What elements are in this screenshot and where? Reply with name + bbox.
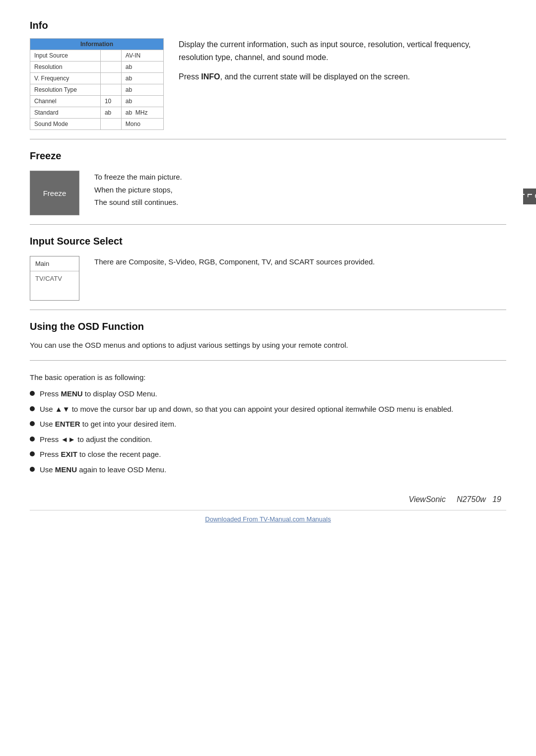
freeze-section: Freeze Freeze To freeze the main picture… <box>30 150 506 215</box>
row-label: Sound Mode <box>30 119 101 130</box>
table-row: Input Source AV-IN <box>30 50 164 62</box>
list-item-text: Press MENU to display OSD Menu. <box>40 388 157 400</box>
download-link[interactable]: Downloaded From TV-Manual.com Manuals <box>205 515 331 523</box>
info-bold-info: INFO <box>201 72 220 81</box>
info-description: Display the current information, such as… <box>179 38 506 130</box>
freeze-title: Freeze <box>30 150 506 162</box>
row-col2 <box>100 84 121 96</box>
info-table: Information Input Source AV-IN Resolutio… <box>30 38 164 130</box>
basic-op-label: The basic operation is as following: <box>30 372 506 383</box>
model-name: N2750w <box>457 495 486 504</box>
freeze-box: Freeze <box>30 171 79 215</box>
osd-title: Using the OSD Function <box>30 321 506 332</box>
row-label: Channel <box>30 96 101 107</box>
input-content: Main TV/CATV There are Composite, S-Vide… <box>30 254 506 301</box>
row-label: V. Frequency <box>30 73 101 84</box>
freeze-description: To freeze the main picture. When the pic… <box>94 171 182 209</box>
table-row: Sound Mode Mono <box>30 119 164 130</box>
list-item: Use MENU again to leave OSD Menu. <box>30 464 506 476</box>
footer-link[interactable]: Downloaded From TV-Manual.com Manuals <box>30 510 506 523</box>
input-source-title: Input Source Select <box>30 236 506 247</box>
freeze-line2: When the picture stops, <box>94 184 182 196</box>
list-item-text: Use ▲▼ to move the cursor bar up and dow… <box>40 404 453 415</box>
brand-name: ViewSonic <box>409 495 446 504</box>
row-col2 <box>100 73 121 84</box>
input-description: There are Composite, S-Video, RGB, Compo… <box>94 256 375 268</box>
list-item-text: Use ENTER to get into your desired item. <box>40 419 176 430</box>
bold-menu: MENU <box>61 389 83 398</box>
bold-menu2: MENU <box>55 465 77 474</box>
table-row: V. Frequency ab <box>30 73 164 84</box>
info-table-wrapper: Information Input Source AV-IN Resolutio… <box>30 38 164 130</box>
input-box-tvcatv: TV/CATV <box>30 271 79 286</box>
page-number: 19 <box>492 495 501 504</box>
row-col3: ab <box>121 62 163 73</box>
bullet-icon <box>30 421 35 426</box>
bullet-icon <box>30 467 35 472</box>
input-source-section: Input Source Select Main TV/CATV There a… <box>30 236 506 301</box>
row-col2 <box>100 50 121 62</box>
row-col2: 10 <box>100 96 121 107</box>
info-desc-para2: Press INFO, and the current state will b… <box>179 70 506 83</box>
list-item-text: Press ◄► to adjust the condition. <box>40 434 152 445</box>
bullet-icon <box>30 406 35 411</box>
footer-brand: ViewSonic N2750w 19 <box>30 495 506 504</box>
list-item: Press EXIT to close the recent page. <box>30 449 506 460</box>
info-section: Info Information Input Source AV-IN <box>30 20 506 130</box>
row-label: Input Source <box>30 50 101 62</box>
info-title: Info <box>30 20 506 31</box>
row-col3: AV-IN <box>121 50 163 62</box>
divider-2 <box>30 224 506 225</box>
bullet-icon <box>30 437 35 441</box>
osd-section: Using the OSD Function You can use the O… <box>30 321 506 351</box>
row-col2 <box>100 119 121 130</box>
osd-intro: You can use the OSD menus and options to… <box>30 339 506 351</box>
freeze-label: Freeze <box>43 189 67 197</box>
bullet-icon <box>30 391 35 396</box>
table-row: Standard ab ab MHz <box>30 107 164 119</box>
row-label: Standard <box>30 107 101 119</box>
list-item: Use ENTER to get into your desired item. <box>30 419 506 430</box>
info-desc-para1: Display the current information, such as… <box>179 38 506 63</box>
row-label: Resolution <box>30 62 101 73</box>
bold-enter: ENTER <box>55 420 80 428</box>
row-col2: ab <box>100 107 121 119</box>
side-tab-text: ENGLISH <box>504 193 536 199</box>
list-item: Press ◄► to adjust the condition. <box>30 434 506 445</box>
row-label: Resolution Type <box>30 84 101 96</box>
footer-text: ViewSonic N2750w 19 <box>409 495 502 504</box>
bullet-icon <box>30 451 35 456</box>
bold-exit: EXIT <box>61 450 77 458</box>
divider-4 <box>30 360 506 361</box>
freeze-line3: The sound still continues. <box>94 196 182 209</box>
page-wrapper: ENGLISH Info Information Input Source <box>0 0 536 543</box>
list-item: Use ▲▼ to move the cursor bar up and dow… <box>30 404 506 415</box>
row-col2 <box>100 62 121 73</box>
list-item-text: Press EXIT to close the recent page. <box>40 449 161 460</box>
row-col3: ab MHz <box>121 107 163 119</box>
list-item-text: Use MENU again to leave OSD Menu. <box>40 464 166 476</box>
osd-list: Press MENU to display OSD Menu. Use ▲▼ t… <box>30 388 506 475</box>
table-row: Resolution ab <box>30 62 164 73</box>
row-col3: Mono <box>121 119 163 130</box>
list-item: Press MENU to display OSD Menu. <box>30 388 506 400</box>
freeze-line1: To freeze the main picture. <box>94 171 182 184</box>
side-tab: ENGLISH <box>523 189 536 204</box>
table-row: Resolution Type ab <box>30 84 164 96</box>
input-box: Main TV/CATV <box>30 256 79 301</box>
row-col3: ab <box>121 96 163 107</box>
freeze-content: Freeze To freeze the main picture. When … <box>30 169 506 215</box>
info-content: Information Input Source AV-IN Resolutio… <box>30 38 506 130</box>
input-box-main: Main <box>30 256 79 271</box>
info-table-header: Information <box>30 39 164 50</box>
row-col3: ab <box>121 73 163 84</box>
divider-1 <box>30 139 506 139</box>
row-col3: ab <box>121 84 163 96</box>
divider-3 <box>30 310 506 310</box>
table-row: Channel 10 ab <box>30 96 164 107</box>
